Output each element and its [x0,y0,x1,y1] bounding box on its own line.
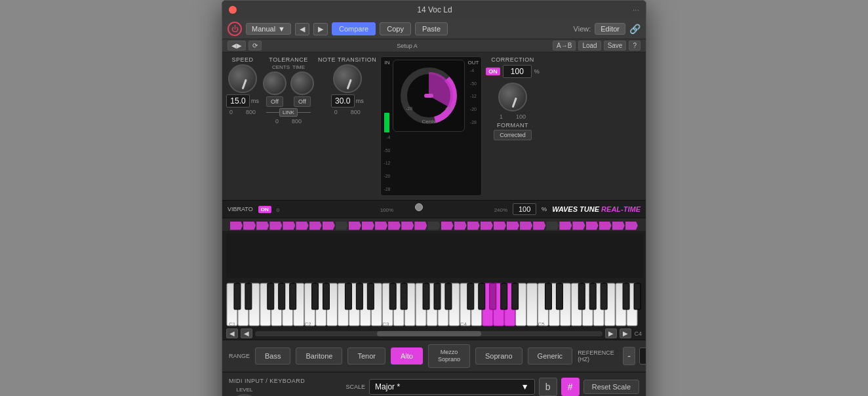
scroll-left-small-button[interactable]: ◀ [241,328,252,338]
reference-value[interactable]: 440.00 [639,347,646,365]
range-btn-baritone[interactable]: Baritone [296,347,342,365]
trigger-arrow-12[interactable] [375,222,387,230]
vibrato-value[interactable]: 100 [513,203,536,215]
copy-button[interactable]: Copy [380,22,411,35]
scroll-left-button[interactable]: ◀ [226,328,238,338]
svg-rect-69 [634,283,641,309]
scroll-track[interactable] [255,331,602,336]
scroll-right-button[interactable]: ▶ [620,328,631,338]
link-button[interactable]: LINK [279,108,298,117]
flat-button[interactable]: b [539,378,557,396]
range-btn-generic[interactable]: Generic [528,347,573,365]
piano-keys-svg[interactable]: // Piano drawn via SVG rects [226,283,642,327]
next-preset-button[interactable]: ▶ [313,23,328,35]
trigger-arrow-2[interactable] [243,222,256,230]
trigger-arrow-11[interactable] [362,222,374,230]
speed-value[interactable]: 15.0 [226,94,250,108]
range-btn-tenor[interactable]: Tenor [347,347,385,365]
trigger-arrow-21[interactable] [494,222,506,230]
svg-rect-55 [423,283,429,309]
range-btn-mezzo[interactable]: Mezzo Soprano [428,344,470,368]
in-meter [384,67,389,132]
svg-rect-44 [245,283,252,309]
trigger-arrow-5[interactable] [283,222,295,230]
trigger-arrow-8[interactable] [323,222,335,230]
trigger-arrow-22[interactable] [507,222,519,230]
corrected-button[interactable]: Corrected [494,130,532,140]
tolerance-cents-label: CENTS [272,64,290,70]
tolerance-cents-knob[interactable] [263,71,286,95]
correction-section: CORRECTION ON 100 % 1 100 FORMANT Correc… [486,56,540,196]
trigger-arrow-14[interactable] [401,222,414,230]
trigger-arrow-4[interactable] [269,222,282,230]
trigger-arrow-1[interactable] [230,222,243,230]
trigger-arrow-16[interactable] [427,222,440,230]
power-button[interactable]: ⏻ [227,22,242,36]
midi-controls: LEVEL -+ Reference Tone Target Pitch [229,387,340,396]
svg-rect-48 [312,283,319,309]
paste-button[interactable]: Paste [415,22,448,35]
trigger-arrow-17[interactable] [441,222,454,230]
sharp-button[interactable]: # [561,378,580,396]
note-transition-section: NOTE TRANSITION 30.0 ms 0 800 [318,56,376,196]
note-transition-value[interactable]: 30.0 [331,94,355,108]
svg-rect-67 [601,283,607,309]
range-btn-bass[interactable]: Bass [255,347,290,365]
level-knob[interactable] [229,394,260,396]
tolerance-time-knob[interactable] [290,71,314,95]
trigger-arrow-28[interactable] [586,222,599,230]
trigger-arrow-31[interactable] [625,222,638,230]
level-label: LEVEL [237,387,253,393]
vibrato-on-badge[interactable]: ON [258,206,271,213]
trigger-arrow-7[interactable] [309,222,322,230]
compare-button[interactable]: Compare [332,22,376,35]
trigger-arrow-26[interactable] [559,222,572,230]
scroll-right-small-button[interactable]: ▶ [605,328,617,338]
piano-keys-container: // Piano drawn via SVG rects [226,283,642,327]
undo-button[interactable]: ◀▶ [227,41,246,50]
reset-scale-button[interactable]: Reset Scale [583,380,639,394]
tolerance-time-btn[interactable]: Off [294,96,311,107]
correction-on-badge[interactable]: ON [486,68,500,75]
trigger-arrow-25[interactable] [546,222,559,230]
trigger-arrow-27[interactable] [572,222,585,230]
trigger-arrow-15[interactable] [414,222,427,230]
link-icon[interactable]: 🔗 [629,24,641,34]
svg-rect-57 [445,283,452,309]
ab-button[interactable]: A→B [553,41,576,50]
scroll-handle[interactable] [377,331,481,336]
trigger-arrow-24[interactable] [533,222,545,230]
trigger-arrow-18[interactable] [454,222,467,230]
view-dropdown[interactable]: Editor [595,23,625,35]
tolerance-time-label: TIME [292,64,305,70]
trigger-arrow-3[interactable] [256,222,269,230]
correction-knob[interactable] [498,83,527,111]
redo-button[interactable]: ⟳ [248,41,262,50]
trigger-arrow-9[interactable] [336,222,348,230]
prev-preset-button[interactable]: ◀ [295,23,309,35]
trigger-arrow-13[interactable] [388,222,401,230]
note-transition-knob[interactable] [333,64,362,93]
out-meter-column: OUT -4-50-12-20-28 [467,60,479,193]
correction-value[interactable]: 100 [503,65,532,78]
trigger-arrows [230,222,638,230]
vibrato-thumb[interactable] [415,203,423,211]
help-button[interactable]: ? [629,41,641,50]
trigger-arrow-30[interactable] [612,222,625,230]
trigger-arrow-10[interactable] [349,222,361,230]
range-btn-soprano[interactable]: Soprano [475,347,523,365]
tolerance-cents-btn[interactable]: Off [266,96,283,107]
trigger-arrow-6[interactable] [296,222,308,230]
preset-dropdown[interactable]: Manual ▼ [246,23,291,35]
close-button[interactable] [229,6,237,14]
reference-minus-button[interactable]: - [623,347,635,365]
trigger-arrow-23[interactable] [520,222,532,230]
trigger-arrow-29[interactable] [599,222,612,230]
scale-dropdown[interactable]: Major * ▼ [369,379,535,395]
save-button[interactable]: Save [604,41,627,50]
load-button[interactable]: Load [578,41,601,50]
trigger-arrow-20[interactable] [481,222,493,230]
trigger-arrow-19[interactable] [467,222,480,230]
range-btn-alto[interactable]: Alto [391,347,423,365]
speed-knob[interactable] [228,64,257,93]
